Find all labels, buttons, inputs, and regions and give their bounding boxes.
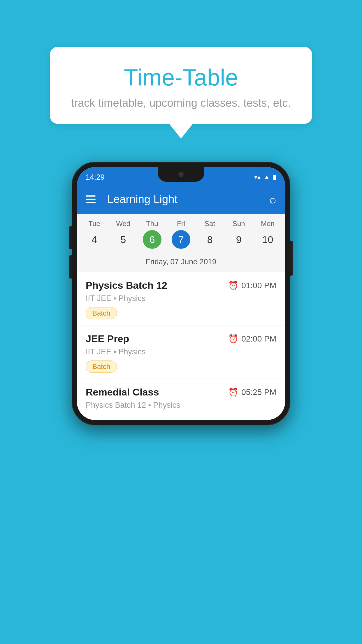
day-number[interactable]: 7 — [172, 230, 190, 249]
schedule-item-1[interactable]: JEE Prep ⏰ 02:00 PM IIT JEE • Physics Ba… — [77, 326, 285, 379]
days-row: Tue4Wed5Thu6Fri7Sat8Sun9Mon10 — [80, 220, 282, 249]
day-label: Mon — [261, 220, 275, 228]
day-col-5[interactable]: Wed5 — [112, 220, 135, 249]
day-col-7[interactable]: Fri7 — [169, 220, 193, 249]
day-col-6[interactable]: Thu6 — [140, 220, 164, 249]
schedule-item-time-value: 01:00 PM — [241, 281, 276, 290]
phone-wrapper: 14:29 ▾▴ ▲ ▮ Learning Light ⌕ — [72, 162, 290, 425]
schedule-item-header: JEE Prep ⏰ 02:00 PM — [86, 333, 276, 344]
schedule-item-time-value: 05:25 PM — [241, 388, 276, 397]
volume-up-button[interactable] — [69, 226, 72, 249]
schedule-item-header: Physics Batch 12 ⏰ 01:00 PM — [86, 280, 276, 291]
status-icons: ▾▴ ▲ ▮ — [254, 173, 276, 181]
selected-date-label: Friday, 07 June 2019 — [80, 253, 282, 269]
schedule-item-title: JEE Prep — [86, 333, 129, 344]
clock-icon: ⏰ — [228, 334, 238, 344]
day-col-4[interactable]: Tue4 — [83, 220, 106, 249]
day-col-10[interactable]: Mon10 — [256, 220, 279, 249]
schedule-item-subtitle: Physics Batch 12 • Physics — [86, 401, 276, 410]
day-label: Wed — [116, 220, 130, 228]
clock-icon: ⏰ — [228, 387, 238, 397]
speech-bubble-title: Time-Table — [61, 64, 301, 91]
clock-icon: ⏰ — [228, 281, 238, 290]
app-title: Learning Light — [107, 193, 263, 206]
speech-bubble-subtitle: track timetable, upcoming classes, tests… — [61, 97, 301, 109]
calendar-strip: Tue4Wed5Thu6Fri7Sat8Sun9Mon10 Friday, 07… — [77, 214, 285, 272]
search-icon[interactable]: ⌕ — [269, 193, 276, 206]
schedule-item-subtitle: IIT JEE • Physics — [86, 347, 276, 356]
schedule-item-subtitle: IIT JEE • Physics — [86, 294, 276, 303]
battery-icon: ▮ — [273, 173, 276, 181]
phone-notch — [158, 167, 204, 182]
day-label: Tue — [88, 220, 100, 228]
batch-tag: Batch — [86, 307, 117, 319]
day-col-9[interactable]: Sun9 — [227, 220, 250, 249]
phone-screen: 14:29 ▾▴ ▲ ▮ Learning Light ⌕ — [77, 167, 285, 420]
day-col-8[interactable]: Sat8 — [198, 220, 222, 249]
schedule-item-title: Physics Batch 12 — [86, 280, 167, 291]
day-number[interactable]: 4 — [85, 230, 104, 249]
signal-icon: ▲ — [263, 173, 270, 181]
camera-dot — [178, 172, 184, 177]
day-number[interactable]: 8 — [201, 230, 219, 249]
day-label: Fri — [177, 220, 185, 228]
power-button[interactable] — [290, 241, 293, 276]
schedule-item-header: Remedial Class ⏰ 05:25 PM — [86, 386, 276, 398]
wifi-icon: ▾▴ — [254, 173, 261, 181]
volume-down-button[interactable] — [69, 255, 72, 279]
status-time: 14:29 — [86, 173, 105, 182]
day-label: Thu — [146, 220, 158, 228]
phone-frame: 14:29 ▾▴ ▲ ▮ Learning Light ⌕ — [72, 162, 290, 425]
schedule-item-0[interactable]: Physics Batch 12 ⏰ 01:00 PM IIT JEE • Ph… — [77, 272, 285, 326]
app-bar: Learning Light ⌕ — [77, 185, 285, 214]
day-label: Sat — [205, 220, 215, 228]
day-number[interactable]: 10 — [258, 230, 277, 249]
day-number[interactable]: 9 — [229, 230, 248, 249]
schedule-item-time: ⏰ 05:25 PM — [228, 387, 276, 397]
schedule-item-time: ⏰ 02:00 PM — [228, 334, 276, 344]
speech-bubble-arrow — [169, 124, 193, 139]
schedule-item-title: Remedial Class — [86, 386, 159, 398]
speech-bubble-container: Time-Table track timetable, upcoming cla… — [50, 47, 312, 139]
hamburger-menu-icon[interactable] — [86, 195, 96, 203]
schedule-item-time-value: 02:00 PM — [241, 334, 276, 344]
batch-tag: Batch — [86, 360, 117, 373]
day-label: Sun — [233, 220, 245, 228]
speech-bubble: Time-Table track timetable, upcoming cla… — [50, 47, 312, 124]
day-number[interactable]: 5 — [114, 230, 133, 249]
schedule-item-time: ⏰ 01:00 PM — [228, 281, 276, 290]
schedule-item-2[interactable]: Remedial Class ⏰ 05:25 PM Physics Batch … — [77, 379, 285, 420]
day-number[interactable]: 6 — [143, 230, 161, 249]
schedule-list: Physics Batch 12 ⏰ 01:00 PM IIT JEE • Ph… — [77, 272, 285, 420]
